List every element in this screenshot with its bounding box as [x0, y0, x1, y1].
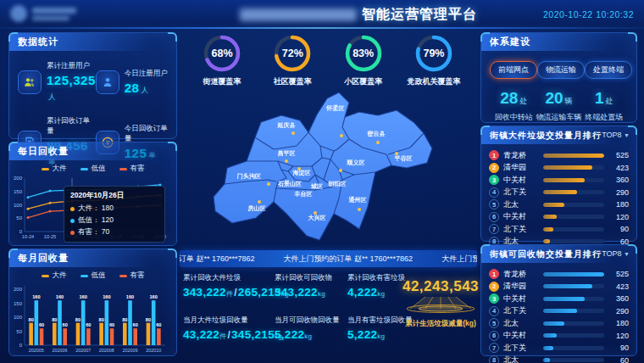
coverage-gauge: 79%党政机关覆盖率: [403, 34, 464, 90]
ranking-recyclable-list: 1青龙桥5252清华园4233中关村3604北下关2905北太1806中关村12…: [481, 263, 636, 363]
stat-unit: 人: [48, 92, 56, 101]
summary-stats: 累计回收大件垃圾343,222件/265,215kg累计回收可回收物343,22…: [183, 273, 395, 358]
svg-text:200: 200: [14, 176, 23, 181]
daily-recovery-line-chart[interactable]: 05010015020010-2410-2510-2610-2710-2810-…: [9, 174, 176, 245]
stat-text: 累计注册用户125,325人: [47, 61, 96, 103]
gauge-ring: 79%: [414, 34, 453, 73]
rank-badge: 7: [489, 343, 499, 353]
district-label: 朝阳区: [328, 181, 347, 187]
gauge-ring: 72%: [273, 34, 312, 73]
summary-cell: 累计回收可回收物343,222kg: [275, 273, 344, 316]
rank-bar-fill: [543, 239, 550, 243]
district-label: 密云县: [368, 130, 386, 137]
rank-bar-fill: [543, 321, 564, 326]
rank-name: 清华园: [503, 162, 539, 173]
rank-bar-track: [543, 321, 604, 326]
rank-badge: 2: [489, 282, 499, 292]
summary-cell: 当月可回收物回收量5,222kg: [275, 316, 344, 358]
svg-text:60: 60: [86, 322, 91, 327]
rank-name: 北下关: [503, 187, 539, 198]
system-tab-active[interactable]: 前端网点: [490, 61, 537, 79]
system-tab-inactive[interactable]: 物流运输: [537, 61, 585, 79]
summary-label: 累计回收可回收物: [275, 273, 344, 283]
rank-bar-track: [543, 284, 604, 288]
district-label: 房山区: [247, 204, 266, 212]
coverage-gauge: 83%小区覆盖率: [333, 34, 394, 90]
tooltip-dot: [70, 207, 75, 211]
rank-bar-track: [543, 346, 604, 350]
app-logo: [10, 5, 76, 22]
beijing-district-map[interactable]: 怀柔区延庆县密云县昌平区顺义区平谷区门头沟区海淀区石景山区城区朝阳区丰台区通州区…: [193, 87, 476, 249]
coverage-gauge: 72%社区覆盖率: [262, 34, 323, 90]
legend-item: 大件: [42, 271, 67, 281]
svg-text:60: 60: [133, 322, 138, 327]
system-tab-inactive[interactable]: 处置终端: [585, 61, 632, 79]
waste-reduction-value: 42,243,543: [400, 278, 481, 295]
map-marker-dot: [358, 208, 361, 211]
svg-text:80: 80: [122, 317, 127, 322]
svg-text:10-24: 10-24: [22, 234, 34, 239]
system-stat-value: 20辆: [536, 89, 582, 108]
rank-value: 360: [608, 176, 629, 184]
ranking-row: 3中关村360: [489, 174, 629, 187]
rank-bar-track: [543, 203, 604, 207]
ranking-row: 4北下关290: [489, 305, 629, 318]
rank-value: 180: [608, 319, 629, 327]
rank-bar-track: [543, 227, 604, 232]
legend-swatch: [42, 168, 49, 170]
stat-label: 累计回收订单量: [47, 116, 96, 137]
gauge-value: 79%: [414, 34, 453, 73]
stat-label: 累计注册用户: [47, 61, 96, 71]
rank-badge: 6: [489, 331, 499, 341]
legend-swatch: [42, 275, 49, 277]
rank-bar-track: [543, 297, 604, 301]
system-stat-label: 终端处置场: [582, 112, 627, 123]
rank-badge: 5: [489, 318, 499, 328]
summary-label: 累计回收大件垃圾: [183, 273, 271, 283]
ranking-row: 6中关村120: [489, 330, 629, 343]
svg-text:160: 160: [126, 294, 134, 299]
panel-monthly-title: 每月回收量: [9, 249, 176, 267]
rank-badge: 3: [489, 293, 499, 304]
rank-bar-track: [543, 178, 604, 182]
rank-badge: 1: [489, 269, 499, 279]
ranking-recyclable-top-filter[interactable]: TOP8 ▼: [602, 245, 630, 263]
svg-text:160: 160: [56, 294, 64, 299]
ranking-row: 7北下关90: [489, 223, 629, 236]
panel-ranking-large-waste: 街镇大件垃圾交投量月排行 TOP8 ▼ 1青龙桥5252清华园4233中关村36…: [480, 126, 637, 242]
system-tabs: 前端网点物流运输处置终端: [481, 51, 636, 79]
svg-text:200: 200: [14, 287, 23, 292]
legend-label: 大件: [53, 271, 67, 281]
legend-item: 低值: [80, 164, 106, 174]
stat-value: 125,325人: [47, 73, 96, 103]
map-marker-dot: [376, 141, 380, 144]
panel-ranking-recyclable-title: 街镇可回收物交投量月排行 TOP8 ▼: [481, 245, 636, 263]
monthly-recovery-bar-chart[interactable]: 0501001502002020058016060202006801606020…: [9, 281, 176, 359]
ranking-large-top-filter[interactable]: TOP8 ▼: [602, 126, 630, 144]
svg-text:60: 60: [39, 322, 44, 327]
stat-label: 今日回收订单量: [125, 124, 171, 144]
legend-label: 低值: [92, 271, 106, 281]
stat-label: 今日注册用户: [125, 69, 168, 79]
district-label: 延庆县: [277, 121, 296, 129]
svg-text:202006: 202006: [53, 348, 68, 353]
rank-bar-track: [543, 239, 604, 243]
gauge-ring: 83%: [344, 34, 383, 73]
rank-value: 525: [608, 270, 629, 278]
tooltip-dot: [70, 231, 75, 235]
svg-text:60: 60: [156, 322, 161, 327]
map-marker-dot: [340, 134, 343, 137]
district-label: 门头沟区: [237, 172, 261, 180]
rank-value: 525: [608, 151, 629, 159]
legend-item: 低值: [80, 271, 106, 281]
legend-swatch: [119, 275, 127, 277]
system-stat: 20辆物流运输车辆: [536, 89, 582, 123]
rank-name: 中关村: [503, 293, 539, 304]
panel-ranking-large-title: 街镇大件垃圾交投量月排行 TOP8 ▼: [481, 126, 636, 144]
rank-bar-fill: [543, 309, 577, 313]
map-marker-dot: [291, 131, 295, 135]
gauge-value: 83%: [344, 34, 383, 73]
rank-bar-fill: [543, 333, 557, 338]
svg-text:202010: 202010: [146, 348, 161, 353]
rank-bar-track: [543, 333, 604, 338]
